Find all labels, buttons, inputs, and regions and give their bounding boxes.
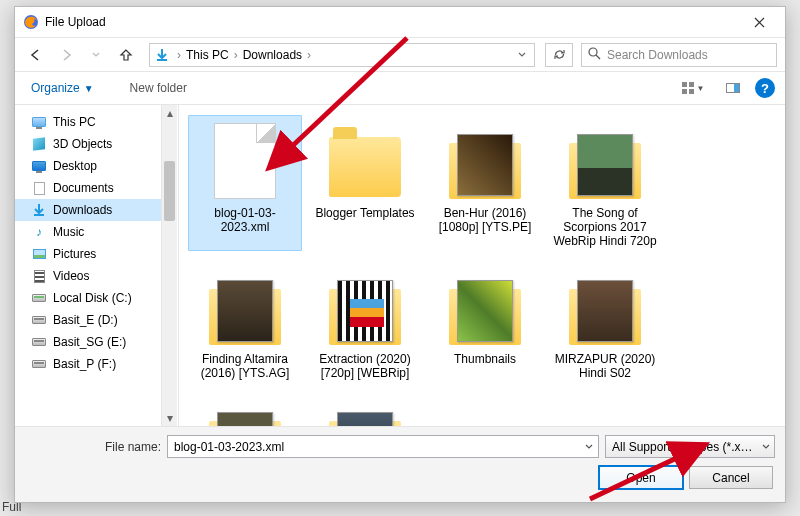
file-label: The Song of Scorpions 2017 WebRip Hindi …: [551, 206, 659, 248]
crumb-this-pc[interactable]: This PC: [184, 48, 231, 62]
dialog-body: This PC3D ObjectsDesktopDocumentsDownloa…: [15, 105, 785, 426]
folder-icon: [329, 277, 401, 345]
drive-icon: [31, 290, 47, 306]
up-button[interactable]: [113, 42, 139, 68]
forward-button: [53, 42, 79, 68]
chevron-right-icon[interactable]: ›: [231, 48, 241, 62]
folder-icon: [569, 277, 641, 345]
file-item[interactable]: Extraction (2020) [720p] [WEBRip]: [308, 261, 422, 383]
search-input[interactable]: [607, 48, 770, 62]
tree-item-this-pc[interactable]: This PC: [15, 111, 162, 133]
address-bar[interactable]: › This PC › Downloads ›: [149, 43, 535, 67]
file-item[interactable]: MIRZAPUR (2020) Hindi S02: [548, 261, 662, 383]
file-name-dropdown[interactable]: [580, 440, 598, 454]
tree-item-documents[interactable]: Documents: [15, 177, 162, 199]
file-name-input[interactable]: [168, 440, 580, 454]
recent-dropdown[interactable]: [83, 42, 109, 68]
dl-icon: [31, 202, 47, 218]
tree-item-label: Videos: [53, 269, 89, 283]
chevron-right-icon[interactable]: ›: [304, 48, 314, 62]
scroll-up-button[interactable]: ▴: [162, 105, 177, 121]
file-list[interactable]: blog-01-03-2023.xmlBlogger TemplatesBen-…: [179, 105, 785, 426]
tree-item-label: This PC: [53, 115, 96, 129]
scroll-track[interactable]: [162, 121, 177, 410]
organize-label: Organize: [31, 81, 80, 95]
address-dropdown[interactable]: [514, 48, 530, 62]
file-type-filter-label: All Supported Types (*.xml;*.xsl: [612, 440, 762, 454]
search-icon: [588, 47, 601, 63]
drivero-icon: [31, 312, 47, 328]
tree-item-3d[interactable]: 3D Objects: [15, 133, 162, 155]
caret-down-icon: ▼: [697, 84, 705, 93]
file-item[interactable]: The Family Man S01 2019 Hindi: [308, 393, 422, 426]
file-upload-dialog: File Upload › This PC › Downloads ›: [14, 6, 786, 503]
desktop-icon: [31, 158, 47, 174]
window-title: File Upload: [45, 15, 737, 29]
vid-icon: [31, 268, 47, 284]
tree-item-videos[interactable]: Videos: [15, 265, 162, 287]
close-button[interactable]: [737, 7, 781, 37]
navigation-bar: › This PC › Downloads ›: [15, 37, 785, 71]
search-box[interactable]: [581, 43, 777, 67]
folder-icon: [329, 409, 401, 426]
tree-item-label: 3D Objects: [53, 137, 112, 151]
grid-icon: [682, 82, 694, 94]
tree-item-d[interactable]: Basit_E (D:): [15, 309, 162, 331]
file-label: Finding Altamira (2016) [YTS.AG]: [191, 352, 299, 380]
tree-item-music[interactable]: ♪Music: [15, 221, 162, 243]
organize-menu[interactable]: Organize ▼: [25, 77, 100, 99]
file-item[interactable]: Ben-Hur (2016) [1080p] [YTS.PE]: [428, 115, 542, 251]
tree-item-label: Pictures: [53, 247, 96, 261]
navigation-tree[interactable]: This PC3D ObjectsDesktopDocumentsDownloa…: [15, 105, 179, 426]
file-label: Blogger Templates: [315, 206, 414, 220]
cube-icon: [31, 136, 47, 152]
caret-down-icon: ▼: [84, 83, 94, 94]
command-bar: Organize ▼ New folder ▼ ?: [15, 71, 785, 105]
tree-item-downloads[interactable]: Downloads: [15, 199, 162, 221]
tree-item-label: Basit_SG (E:): [53, 335, 126, 349]
document-icon: [214, 123, 276, 199]
doc-icon: [31, 180, 47, 196]
file-item[interactable]: The Song of Scorpions 2017 WebRip Hindi …: [548, 115, 662, 251]
new-folder-button[interactable]: New folder: [124, 77, 193, 99]
tree-scrollbar[interactable]: ▴▾: [161, 105, 177, 426]
help-button[interactable]: ?: [755, 78, 775, 98]
scroll-thumb[interactable]: [164, 161, 175, 221]
file-type-filter[interactable]: All Supported Types (*.xml;*.xsl: [605, 435, 775, 458]
cancel-button[interactable]: Cancel: [689, 466, 773, 489]
file-label: blog-01-03-2023.xml: [191, 206, 299, 234]
tree-item-desktop[interactable]: Desktop: [15, 155, 162, 177]
tree-item-c[interactable]: Local Disk (C:): [15, 287, 162, 309]
crumb-downloads[interactable]: Downloads: [241, 48, 304, 62]
folder-icon: [449, 131, 521, 199]
tree-item-f[interactable]: Basit_P (F:): [15, 353, 162, 375]
tree-item-label: Music: [53, 225, 84, 239]
file-item[interactable]: Blogger Templates: [308, 115, 422, 251]
music-icon: ♪: [31, 224, 47, 240]
file-item[interactable]: Mirzapur S01 Hindi 720p: [188, 393, 302, 426]
file-item[interactable]: blog-01-03-2023.xml: [188, 115, 302, 251]
file-name-combo[interactable]: [167, 435, 599, 458]
back-button[interactable]: [23, 42, 49, 68]
view-mode-button[interactable]: ▼: [675, 76, 711, 100]
file-item[interactable]: Finding Altamira (2016) [YTS.AG]: [188, 261, 302, 383]
folder-icon: [329, 137, 401, 197]
scroll-down-button[interactable]: ▾: [162, 410, 177, 426]
file-label: Thumbnails: [454, 352, 516, 366]
tree-item-pictures[interactable]: Pictures: [15, 243, 162, 265]
tree-item-label: Downloads: [53, 203, 112, 217]
bottom-panel: File name: All Supported Types (*.xml;*.…: [15, 426, 785, 502]
open-button[interactable]: Open: [599, 466, 683, 489]
refresh-button[interactable]: [545, 43, 573, 67]
monitor-icon: [31, 114, 47, 130]
tree-item-e[interactable]: Basit_SG (E:): [15, 331, 162, 353]
pic-icon: [31, 246, 47, 262]
file-label: MIRZAPUR (2020) Hindi S02: [551, 352, 659, 380]
firefox-icon: [23, 14, 39, 30]
preview-pane-icon: [726, 83, 740, 93]
chevron-right-icon[interactable]: ›: [174, 48, 184, 62]
preview-pane-button[interactable]: [721, 76, 745, 100]
file-item[interactable]: Thumbnails: [428, 261, 542, 383]
file-label: Extraction (2020) [720p] [WEBRip]: [311, 352, 419, 380]
tree-item-label: Basit_E (D:): [53, 313, 118, 327]
